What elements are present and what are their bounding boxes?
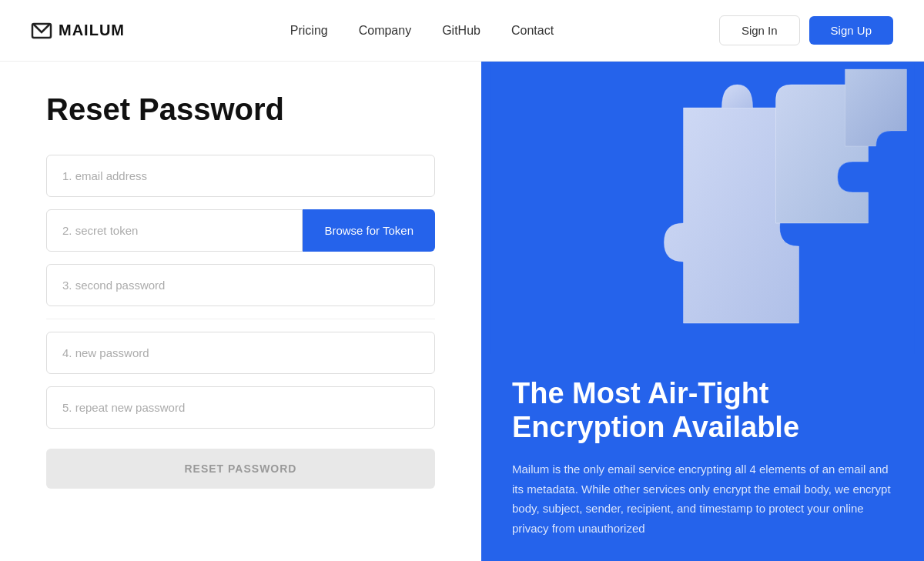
new-password-input[interactable] [46,332,435,374]
new-password-group [46,332,435,374]
logo-text: MAILUM [59,22,125,39]
header-actions: Sign In Sign Up [719,15,893,45]
right-description: Mailum is the only email service encrypt… [512,459,893,538]
repeat-password-input[interactable] [46,386,435,429]
nav-github[interactable]: GitHub [442,24,480,38]
logo-area[interactable]: MAILUM [31,20,125,42]
email-input[interactable] [46,155,435,197]
token-input[interactable] [46,209,303,252]
signin-button[interactable]: Sign In [719,15,800,45]
right-headline: The Most Air-Tight Encryption Available [512,377,893,444]
main-content: Reset Password Browse for Token RESET PA… [0,62,924,561]
puzzle-illustration-area [481,62,924,354]
header: MAILUM Pricing Company GitHub Contact Si… [0,0,924,62]
form-divider [46,319,435,319]
right-content: The Most Air-Tight Encryption Available … [481,354,924,561]
browse-token-button[interactable]: Browse for Token [303,209,435,252]
nav-company[interactable]: Company [359,24,411,38]
repeat-password-group [46,386,435,429]
reset-password-button[interactable]: RESET PASSWORD [46,449,435,489]
nav-pricing[interactable]: Pricing [290,24,328,38]
puzzle-svg [481,62,924,354]
left-panel: Reset Password Browse for Token RESET PA… [0,62,481,561]
nav-contact[interactable]: Contact [511,24,554,38]
second-password-group [46,264,435,306]
signup-button[interactable]: Sign Up [809,16,893,45]
email-group [46,155,435,197]
main-nav: Pricing Company GitHub Contact [290,24,554,38]
right-panel: The Most Air-Tight Encryption Available … [481,62,924,561]
token-group: Browse for Token [46,209,435,252]
page-title: Reset Password [46,92,435,127]
mailum-logo-icon [31,20,52,42]
second-password-input[interactable] [46,264,435,306]
